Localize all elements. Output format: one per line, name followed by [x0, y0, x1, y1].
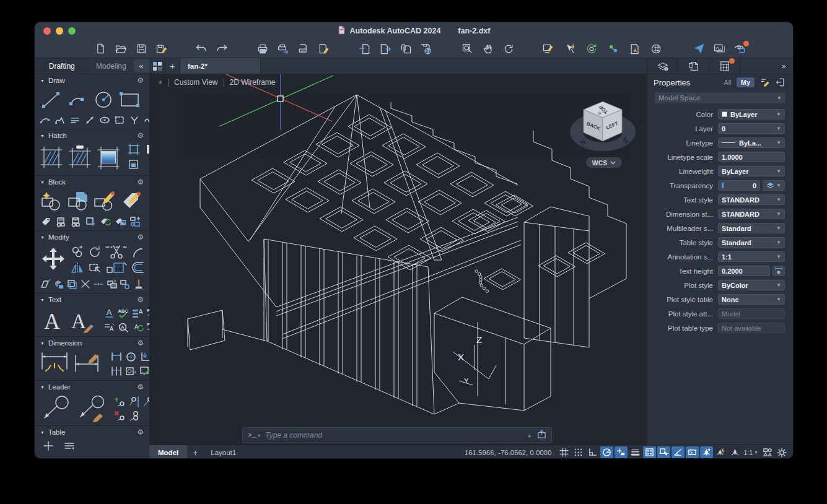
remove-leader-tool[interactable]: [114, 409, 126, 423]
trim-tool[interactable]: [104, 244, 129, 259]
find-text-tool[interactable]: A: [117, 321, 129, 334]
workspace-switching-button[interactable]: [761, 446, 774, 458]
chevron-down-icon[interactable]: ▼: [40, 341, 45, 345]
collect-leaders-tool[interactable]: [142, 395, 149, 409]
arc-tool[interactable]: [66, 87, 89, 112]
thicken-tool[interactable]: [53, 277, 65, 291]
new-file-icon[interactable]: [94, 42, 107, 56]
break-tool[interactable]: [80, 277, 92, 291]
transparency-mode-dropdown[interactable]: ▼: [763, 180, 785, 191]
block-editor-tool[interactable]: [93, 189, 116, 214]
annotation-scale-value[interactable]: 1:1: [743, 449, 753, 456]
chevron-down-icon[interactable]: ▼: [40, 134, 45, 138]
spell-check-tool[interactable]: ABC: [117, 306, 129, 320]
boundary-tool[interactable]: [128, 142, 140, 156]
add-leader-tool[interactable]: [114, 395, 126, 409]
point-tool[interactable]: [133, 277, 145, 291]
collapse-palette-button[interactable]: «: [133, 59, 149, 72]
scale-tool[interactable]: [104, 260, 129, 276]
filter-my-button[interactable]: My: [737, 77, 755, 87]
revision-cloud-tool[interactable]: [144, 113, 149, 127]
viewport-view-control[interactable]: Custom View: [174, 78, 217, 87]
dimension-continue-tool[interactable]: [110, 365, 123, 378]
selection-cycling-toggle[interactable]: [657, 446, 670, 458]
copy-tool[interactable]: [69, 244, 85, 259]
annotation-scale-button[interactable]: [729, 446, 742, 458]
lineweight-display-toggle[interactable]: [629, 446, 642, 458]
coordinates-readout[interactable]: 161.5966, -76.0562, 0.0000: [465, 449, 551, 456]
polar-tracking-toggle[interactable]: [600, 446, 613, 458]
save-as-icon[interactable]: [155, 42, 168, 56]
selection-dropdown[interactable]: Model Space ▼: [655, 92, 785, 103]
dimension-check-tool[interactable]: [139, 365, 149, 378]
multileader-style-dropdown[interactable]: Standard▼: [718, 223, 785, 233]
open-file-icon[interactable]: [114, 42, 128, 56]
text-height-input[interactable]: 0.2000: [718, 266, 770, 276]
gear-icon[interactable]: ⚙: [137, 178, 144, 186]
gear-icon[interactable]: ⚙: [137, 77, 144, 84]
layer-dropdown[interactable]: 0▼: [718, 123, 785, 134]
mirror-tool[interactable]: [69, 260, 85, 276]
gear-icon[interactable]: ⚙: [137, 233, 144, 241]
layout1-tab[interactable]: Layout1: [203, 445, 243, 459]
arc-continue-tool[interactable]: [40, 113, 51, 127]
annotation-visibility-toggle[interactable]: [700, 446, 713, 458]
lengthen-tool[interactable]: [40, 277, 51, 291]
line-tool[interactable]: [40, 87, 63, 112]
plot-style-edit-icon[interactable]: [317, 42, 331, 56]
viewport-style-control[interactable]: 2D Wireframe: [230, 78, 276, 87]
tab-sheet-set[interactable]: [678, 58, 709, 74]
chevron-down-icon[interactable]: ▼: [754, 450, 758, 454]
transparency-slider[interactable]: 0: [718, 180, 760, 191]
isodraft-toggle[interactable]: [672, 446, 685, 458]
multiline-tool[interactable]: [69, 113, 81, 127]
slider-handle[interactable]: [722, 183, 724, 188]
text-style-tool[interactable]: A: [68, 307, 95, 334]
write-block-tool[interactable]: [40, 215, 52, 228]
command-history-caret-icon[interactable]: ▾: [258, 433, 260, 438]
zoom-window-icon[interactable]: [461, 42, 475, 56]
chevron-down-icon[interactable]: ▼: [40, 298, 45, 302]
tool-palettes-icon[interactable]: [145, 142, 149, 156]
gradient-tool[interactable]: [97, 143, 120, 172]
merge-leaders-tool[interactable]: [128, 409, 141, 423]
stretch-tool[interactable]: [87, 260, 102, 276]
drawing-grid-icon[interactable]: [149, 58, 165, 74]
join-tool[interactable]: [93, 277, 105, 291]
lineweight-dropdown[interactable]: ByLayer▼: [718, 166, 785, 176]
dimension-style-dropdown[interactable]: STANDARD▼: [718, 209, 785, 219]
mtext-tool[interactable]: A: [40, 307, 64, 334]
insert-table-tool[interactable]: [42, 439, 55, 453]
chevron-down-icon[interactable]: ▼: [40, 79, 45, 83]
insert-block-tool[interactable]: [66, 189, 90, 214]
compass-e[interactable]: E: [564, 119, 574, 127]
hatch-annotative-tool[interactable]: [68, 143, 92, 172]
region-tool[interactable]: [66, 277, 78, 291]
customization-gear-button[interactable]: [775, 446, 788, 458]
pan-icon[interactable]: [481, 42, 495, 56]
wcs-dropdown[interactable]: WCS: [586, 157, 622, 168]
drawing-tab-active[interactable]: fan-2*: [180, 58, 261, 74]
graphics-window-icon[interactable]: [712, 42, 726, 56]
print-icon[interactable]: [256, 42, 269, 56]
chevron-down-icon[interactable]: ▼: [40, 180, 45, 185]
hatch-edit-tool[interactable]: [128, 158, 140, 172]
snap-mode-toggle[interactable]: [572, 446, 585, 458]
dimension-ordinate-tool[interactable]: .1: [125, 365, 137, 378]
annotation-autoscale-toggle[interactable]: [714, 446, 727, 458]
dimension-tool[interactable]: [40, 350, 69, 378]
pick-text-height-button[interactable]: [772, 266, 785, 276]
drawing-canvas[interactable]: + Custom View 2D Wireframe: [149, 74, 647, 445]
orbit-icon[interactable]: [502, 42, 515, 56]
viewport-plus-control[interactable]: +: [158, 78, 162, 87]
circle-tool[interactable]: [92, 87, 115, 112]
sync-attributes-tool[interactable]: [99, 215, 112, 228]
gear-icon[interactable]: ⚙: [137, 383, 144, 391]
align-leaders-tool[interactable]: [128, 395, 141, 409]
ortho-mode-toggle[interactable]: [586, 446, 599, 458]
viewcube[interactable]: N W E S TOP: [564, 102, 645, 151]
chevron-down-icon[interactable]: ▼: [40, 235, 45, 240]
tab-quick-calc[interactable]: [709, 58, 740, 74]
annotation-edit-icon[interactable]: [541, 42, 555, 56]
multileader-style-tool[interactable]: [76, 394, 109, 424]
